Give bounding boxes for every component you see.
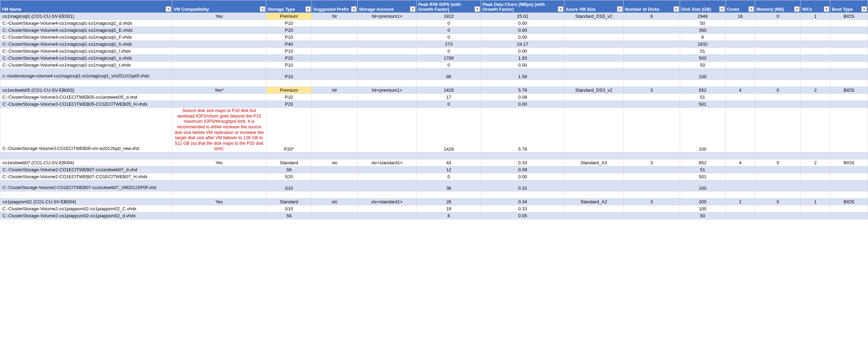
cell-account: xtc<standard1>: [357, 159, 417, 166]
cell-cores: 4: [725, 87, 755, 94]
cell-disks: [623, 20, 680, 27]
column-header[interactable]: Azure VM Size▼: [564, 0, 624, 13]
cell-nics: 1: [801, 13, 830, 20]
column-header[interactable]: Storage Account▼: [357, 0, 417, 13]
cell-cores: [725, 173, 755, 180]
column-header[interactable]: Boot Type▼: [830, 0, 868, 13]
cell-boot: [830, 48, 868, 55]
cell-churn: 0.00: [481, 34, 564, 41]
cell-cores: [725, 101, 755, 108]
column-header[interactable]: VM Compatibility▼: [172, 0, 266, 13]
cell-mem: [755, 101, 801, 108]
cell-cores: 2: [725, 198, 755, 205]
cell-churn: 24.17: [481, 41, 564, 48]
cell-mem: [755, 41, 801, 48]
cell-account: hlr<premium1>: [357, 13, 417, 20]
cell-vmsize: [564, 94, 624, 101]
filter-dropdown-icon[interactable]: ▼: [166, 6, 171, 12]
filter-dropdown-icon[interactable]: ▼: [617, 6, 623, 12]
cell-nics: [801, 180, 830, 191]
cell-prefix: [312, 20, 357, 27]
cell-iops: 8: [417, 212, 481, 219]
cell-compat: [172, 173, 266, 180]
filter-dropdown-icon[interactable]: ▼: [305, 6, 311, 12]
cell-cores: [725, 62, 755, 69]
header-label: Memory (MB): [756, 7, 799, 12]
cell-dsize: 6: [680, 34, 725, 41]
column-header[interactable]: Peak R/W IOPS (with Growth Factor)▼: [417, 0, 481, 13]
filter-dropdown-icon[interactable]: ▼: [748, 6, 754, 12]
column-header[interactable]: Cores▼: [725, 0, 755, 13]
table-row: c:-clusterstorage-volume4-co1magicsql1-c…: [0, 69, 868, 80]
cell-disks: [623, 108, 680, 152]
filter-dropdown-icon[interactable]: ▼: [474, 6, 480, 12]
column-header[interactable]: Disk Size (GB)▼: [680, 0, 725, 13]
column-header[interactable]: Memory (MB)▼: [755, 0, 801, 13]
cell-mem: [755, 152, 801, 159]
cell-disks: [623, 48, 680, 55]
column-header[interactable]: NICs▼: [801, 0, 830, 13]
cell-churn: 0.09: [481, 94, 564, 101]
cell-prefix: xtc: [312, 159, 357, 166]
cell-nics: 2: [801, 159, 830, 166]
column-header[interactable]: Number of Disks▼: [623, 0, 680, 13]
table-row: [0, 152, 868, 159]
filter-dropdown-icon[interactable]: ▼: [861, 6, 867, 12]
cell-vmsize: [564, 180, 624, 191]
cell-churn: 5.78: [481, 108, 564, 152]
cell-compat: [172, 27, 266, 34]
header-label: Storage Account: [359, 7, 415, 12]
cell-stype: P10: [266, 62, 312, 69]
cell-iops: 0: [417, 27, 481, 34]
cell-churn: 0.32: [481, 180, 564, 191]
column-header[interactable]: Storage Type▼: [266, 0, 312, 13]
header-row: VM Name▼VM Compatibility▼Storage Type▼Su…: [0, 0, 868, 13]
cell-churn: [481, 80, 564, 87]
filter-dropdown-icon[interactable]: ▼: [351, 6, 357, 12]
cell-churn: 0.00: [481, 48, 564, 55]
table-row: [0, 191, 868, 198]
column-header[interactable]: Peak Data Churn (MBps) (with Growth Fact…: [481, 0, 564, 13]
column-header[interactable]: VM Name▼: [0, 0, 172, 13]
filter-dropdown-icon[interactable]: ▼: [719, 6, 725, 12]
cell-nics: [801, 80, 830, 87]
cell-dsize: 652: [680, 159, 725, 166]
table-row: C:-ClusterStorage-Volume4-co1magicsql1-c…: [0, 41, 868, 48]
cell-stype: P20: [266, 27, 312, 34]
cell-compat: [172, 205, 266, 212]
column-header[interactable]: Suggested Prefix▼: [312, 0, 357, 13]
filter-dropdown-icon[interactable]: ▼: [824, 6, 829, 12]
cell-name: C:-ClusterStorage-Volume4-co1magicsql1-c…: [0, 62, 172, 69]
cell-cores: [725, 191, 755, 198]
cell-account: [357, 191, 417, 198]
cell-compat: [172, 34, 266, 41]
cell-name: C:-ClusterStorage-Volume4-co1magicsql1-c…: [0, 55, 172, 62]
cell-name: C:-ClusterStorage-Volume4-co1magicsql1-c…: [0, 48, 172, 55]
filter-dropdown-icon[interactable]: ▼: [794, 6, 800, 12]
cell-iops: 273: [417, 41, 481, 48]
cell-stype: S20: [266, 173, 312, 180]
cell-churn: 25.02: [481, 13, 564, 20]
cell-stype: [266, 191, 312, 198]
cell-prefix: [312, 205, 357, 212]
cell-boot: [830, 108, 868, 152]
cell-cores: [725, 55, 755, 62]
cell-compat: [172, 62, 266, 69]
filter-dropdown-icon[interactable]: ▼: [410, 6, 416, 12]
cell-boot: BIOS: [830, 198, 868, 205]
header-label: Azure VM Size: [566, 7, 622, 12]
cell-dsize: 2949: [680, 13, 725, 20]
cell-stype: P20: [266, 55, 312, 62]
cell-cores: [725, 108, 755, 152]
cell-account: [357, 41, 417, 48]
cell-nics: [801, 205, 830, 212]
cell-dsize: 501: [680, 173, 725, 180]
filter-dropdown-icon[interactable]: ▼: [260, 6, 265, 12]
cell-cores: [725, 166, 755, 173]
filter-dropdown-icon[interactable]: ▼: [673, 6, 679, 12]
header-label: Peak R/W IOPS (with Growth Factor): [418, 2, 479, 12]
cell-stype: S10: [266, 180, 312, 191]
filter-dropdown-icon[interactable]: ▼: [558, 6, 563, 12]
cell-disks: [623, 180, 680, 191]
cell-vmsize: [564, 55, 624, 62]
